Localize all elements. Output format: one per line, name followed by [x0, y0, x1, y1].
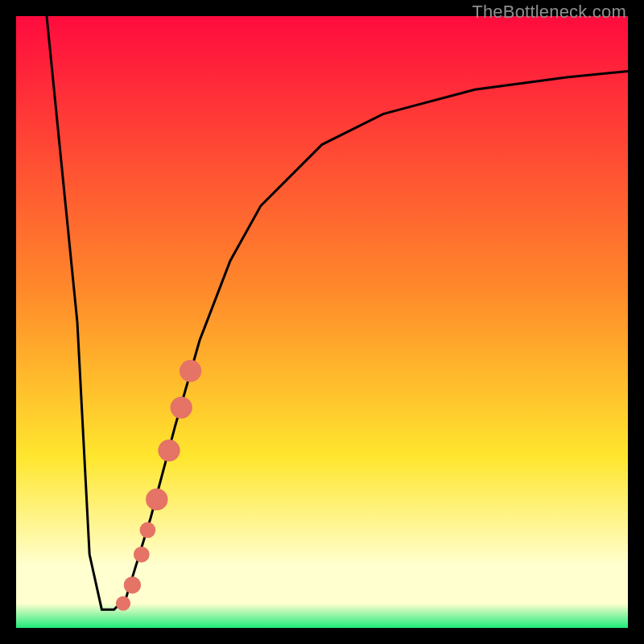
marker-dot: [158, 440, 180, 461]
marker-dot: [140, 522, 156, 539]
gradient-background: [16, 16, 628, 628]
watermark-text: TheBottleneck.com: [472, 2, 626, 23]
marker-dot: [134, 547, 150, 563]
bottleneck-chart: [16, 16, 628, 628]
marker-dot: [124, 576, 141, 593]
marker-dot: [116, 596, 130, 610]
chart-frame: TheBottleneck.com: [0, 0, 644, 644]
marker-dot: [146, 489, 167, 510]
marker-dot: [180, 360, 201, 382]
marker-dot: [171, 397, 192, 419]
